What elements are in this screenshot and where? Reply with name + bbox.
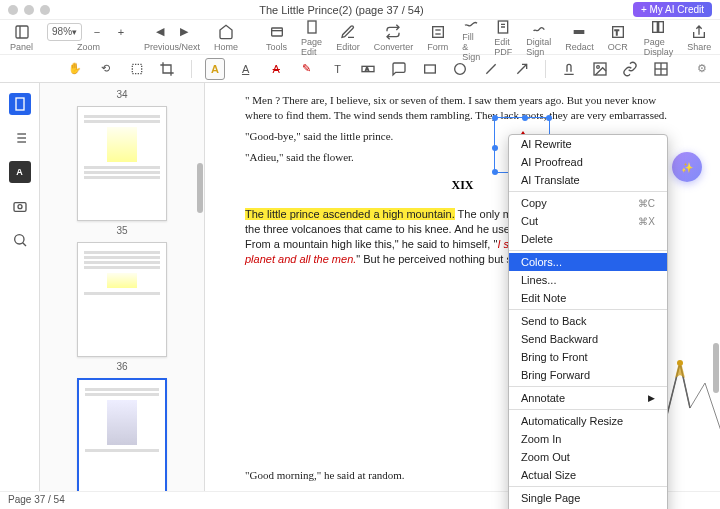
ctx-colors[interactable]: Colors... (509, 253, 667, 271)
pen-tool-icon[interactable]: ✎ (297, 58, 318, 80)
strikethrough-tool-icon[interactable]: A (266, 58, 287, 80)
thumbnail-34[interactable] (77, 106, 167, 221)
min-dot[interactable] (24, 5, 34, 15)
pagedisplay-icon[interactable] (649, 18, 667, 36)
prev-icon[interactable]: ◀ (151, 23, 169, 41)
svg-rect-0 (16, 26, 28, 38)
ctx-annotate[interactable]: Annotate▶ (509, 389, 667, 407)
hand-tool-icon[interactable]: ✋ (65, 58, 86, 80)
ctx-ai-proofread[interactable]: AI Proofread (509, 153, 667, 171)
svg-point-18 (455, 63, 466, 74)
highlight-tool-icon[interactable]: A (205, 58, 226, 80)
editor-icon[interactable] (339, 23, 357, 41)
ctx-actual-size[interactable]: Actual Size (509, 466, 667, 484)
thumbnail-35[interactable] (77, 242, 167, 357)
ctx-send-back[interactable]: Send to Back (509, 312, 667, 330)
ctx-bring-front[interactable]: Bring to Front (509, 348, 667, 366)
svg-rect-33 (14, 203, 26, 212)
panel-icon[interactable] (13, 23, 31, 41)
ctx-auto-resize[interactable]: Automatically Resize (509, 412, 667, 430)
paragraph: " Men ? There are, I believe, six or sev… (245, 93, 680, 123)
converter-label: Converter (374, 42, 414, 52)
rotate-icon[interactable]: ⟲ (96, 58, 117, 80)
stamp-tool-icon[interactable] (559, 58, 580, 80)
digitalsign-icon[interactable] (530, 18, 548, 36)
zoom-in-icon[interactable]: + (112, 23, 130, 41)
redact-icon[interactable] (570, 23, 588, 41)
share-icon[interactable] (690, 23, 708, 41)
text: From a mountain high like this," he said… (245, 238, 497, 250)
next-icon[interactable]: ▶ (175, 23, 193, 41)
ctx-edit-note[interactable]: Edit Note (509, 289, 667, 307)
editpdf-icon[interactable] (494, 18, 512, 36)
ctx-ai-rewrite[interactable]: AI Rewrite (509, 135, 667, 153)
window-title: The Little Prince(2) (page 37 / 54) (50, 4, 633, 16)
svg-text:A: A (366, 66, 370, 72)
search-tab-icon[interactable] (9, 229, 31, 251)
ocr-icon[interactable]: T (609, 23, 627, 41)
grid-tool-icon[interactable] (651, 58, 672, 80)
ctx-delete[interactable]: Delete (509, 230, 667, 248)
tools-label: Tools (266, 42, 287, 52)
redact-label: Redact (565, 42, 594, 52)
annotations-tab-icon[interactable]: A (9, 161, 31, 183)
thumb-number: 35 (40, 225, 204, 236)
ctx-send-backward[interactable]: Send Backward (509, 330, 667, 348)
text: the three volcanoes that came to his kne… (245, 223, 534, 235)
underline-tool-icon[interactable]: A (235, 58, 256, 80)
ctx-single-page[interactable]: Single Page (509, 489, 667, 507)
crop-icon[interactable] (157, 58, 178, 80)
svg-line-20 (517, 64, 526, 73)
ctx-cut[interactable]: Cut⌘X (509, 212, 667, 230)
ctx-zoom-out[interactable]: Zoom Out (509, 448, 667, 466)
textbox-tool-icon[interactable]: A (358, 58, 379, 80)
svg-text:T: T (614, 28, 618, 35)
thumb-number: 34 (40, 89, 204, 100)
svg-rect-12 (653, 21, 658, 32)
zoom-text: 98% (52, 26, 72, 37)
window-controls[interactable] (8, 5, 50, 15)
text-tool-icon[interactable]: T (327, 58, 348, 80)
image-tool-icon[interactable] (589, 58, 610, 80)
home-icon[interactable] (217, 23, 235, 41)
content-scrollbar[interactable] (713, 343, 719, 393)
ctx-zoom-in[interactable]: Zoom In (509, 430, 667, 448)
zoom-out-icon[interactable]: − (88, 23, 106, 41)
ai-credit-button[interactable]: + My AI Credit (633, 2, 712, 17)
converter-icon[interactable] (384, 23, 402, 41)
svg-rect-2 (271, 28, 282, 36)
ctx-copy[interactable]: Copy⌘C (509, 194, 667, 212)
outline-tab-icon[interactable] (9, 127, 31, 149)
thumbs-scrollbar[interactable] (197, 163, 203, 213)
prevnext-label: Previous/Next (144, 42, 200, 52)
svg-rect-5 (432, 26, 443, 37)
thumbnail-36[interactable] (77, 378, 167, 493)
zoom-value[interactable]: 98% ▾ (47, 23, 82, 41)
ai-float-button[interactable]: ✨ (672, 152, 702, 182)
svg-line-19 (486, 64, 495, 73)
fillsign-icon[interactable] (462, 13, 480, 31)
ctx-lines[interactable]: Lines... (509, 271, 667, 289)
ocr-label: OCR (608, 42, 628, 52)
svg-point-35 (14, 235, 23, 244)
text: " But he perceived nothing but shar (356, 253, 527, 265)
close-dot[interactable] (8, 5, 18, 15)
editor-label: Editor (336, 42, 360, 52)
link-tool-icon[interactable] (620, 58, 641, 80)
max-dot[interactable] (40, 5, 50, 15)
snapshot-tab-icon[interactable] (9, 195, 31, 217)
arrow-tool-icon[interactable] (511, 58, 532, 80)
form-icon[interactable] (429, 23, 447, 41)
thumbnails-tab-icon[interactable] (9, 93, 31, 115)
select-icon[interactable] (126, 58, 147, 80)
ctx-bring-forward[interactable]: Bring Forward (509, 366, 667, 384)
settings-icon[interactable]: ⚙ (691, 58, 712, 80)
highlighted-text: The little prince ascended a high mounta… (245, 208, 455, 220)
line-tool-icon[interactable] (481, 58, 502, 80)
note-tool-icon[interactable] (389, 58, 410, 80)
pageedit-icon[interactable] (303, 18, 321, 36)
tools-icon[interactable] (268, 23, 286, 41)
circle-tool-icon[interactable] (450, 58, 471, 80)
ctx-ai-translate[interactable]: AI Translate (509, 171, 667, 189)
rect-tool-icon[interactable] (419, 58, 440, 80)
